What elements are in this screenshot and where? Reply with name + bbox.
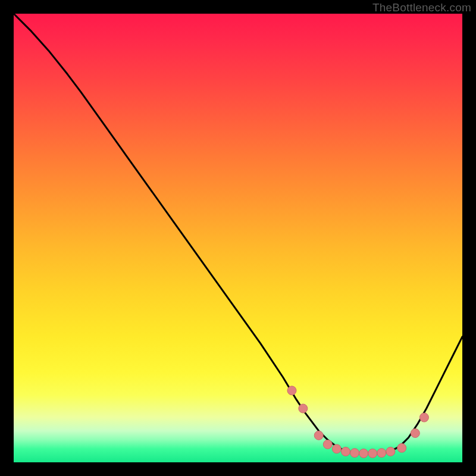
data-point: [377, 449, 386, 458]
attribution-label: TheBottleneck.com: [372, 1, 471, 14]
data-point: [359, 449, 368, 458]
curve-layer: [14, 14, 462, 462]
data-point: [350, 449, 359, 458]
data-point: [314, 431, 323, 440]
data-point: [332, 444, 341, 453]
data-point: [323, 440, 332, 449]
plot-area: [14, 14, 462, 462]
chart-stage: TheBottleneck.com: [0, 0, 476, 476]
data-point: [411, 428, 419, 437]
data-point: [341, 447, 350, 456]
bottleneck-curve: [14, 14, 462, 453]
data-point: [368, 449, 377, 458]
data-point: [397, 443, 406, 452]
data-point: [386, 447, 395, 456]
curve-markers: [287, 386, 428, 458]
data-point: [287, 386, 296, 395]
data-point: [419, 413, 428, 422]
data-point: [299, 404, 308, 413]
